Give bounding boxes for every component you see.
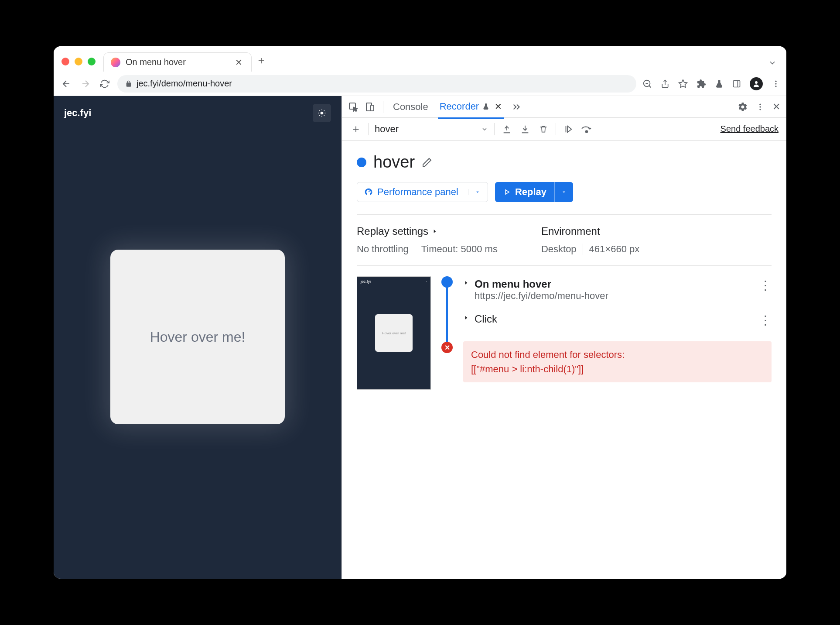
recording-name: hover: [375, 124, 399, 135]
close-tab-icon[interactable]: ✕: [233, 57, 244, 68]
more-tabs-icon[interactable]: [512, 102, 521, 112]
environment-heading: Environment: [541, 225, 639, 237]
tab-title: On menu hover: [126, 57, 228, 67]
steps-list: On menu hover https://jec.fyi/demo/menu-…: [463, 276, 772, 390]
devtools-panel: Console Recorder ✕ ✕ hover: [341, 96, 786, 579]
hover-card[interactable]: Hover over me!: [110, 250, 285, 424]
settings-gear-icon[interactable]: [738, 102, 748, 112]
gauge-icon: [364, 188, 373, 196]
device-toolbar-icon[interactable]: [365, 102, 375, 112]
send-feedback-link[interactable]: Send feedback: [720, 124, 779, 134]
recorder-body: hover Performance panel Repla: [342, 141, 786, 579]
dimensions-value: 461×660 px: [589, 244, 640, 255]
recording-title-row: hover: [357, 153, 772, 172]
new-recording-icon[interactable]: [350, 123, 362, 135]
timeline-dot-error: ✕: [441, 342, 453, 353]
step-menu-icon[interactable]: ⋮: [759, 313, 772, 327]
bookmark-star-icon[interactable]: [678, 79, 688, 89]
replay-button[interactable]: Replay: [495, 182, 573, 202]
step-navigate-url: https://jec.fyi/demo/menu-hover: [475, 290, 754, 302]
labs-icon[interactable]: [715, 79, 724, 88]
step-menu-icon[interactable]: ⋮: [759, 278, 772, 292]
svg-point-2: [755, 81, 758, 84]
tab-strip: On menu hover ✕ ＋: [54, 46, 786, 72]
hover-card-text: Hover over me!: [150, 329, 246, 345]
thumb-logo: jec.fyi: [361, 279, 371, 284]
environment-settings: Environment Desktop 461×660 px: [541, 225, 639, 255]
tab-recorder-label: Recorder: [440, 101, 479, 112]
export-icon[interactable]: [501, 123, 513, 135]
tab-recorder[interactable]: Recorder ✕: [438, 96, 504, 119]
page-thumbnail: jec.fyi · Hover over me!: [357, 276, 431, 390]
svg-point-4: [775, 83, 776, 84]
close-devtools-icon[interactable]: ✕: [772, 101, 780, 113]
delete-icon[interactable]: [537, 123, 550, 135]
page-logo[interactable]: jec.fyi: [64, 107, 91, 119]
browser-tab[interactable]: On menu hover ✕: [103, 52, 252, 72]
step-icon[interactable]: [580, 123, 593, 135]
error-line-2: [["#menu > li:nth-child(1)"]]: [471, 362, 764, 376]
svg-point-6: [321, 112, 324, 115]
inspect-element-icon[interactable]: [348, 102, 359, 112]
step-navigate[interactable]: On menu hover https://jec.fyi/demo/menu-…: [463, 276, 772, 311]
share-icon[interactable]: [661, 79, 669, 88]
flask-icon: [482, 103, 489, 110]
window-controls: [61, 58, 96, 65]
replay-label: Replay: [515, 186, 546, 198]
edit-title-icon[interactable]: [422, 157, 432, 168]
recording-status-dot: [357, 158, 366, 167]
url-input[interactable]: jec.fyi/demo/menu-hover: [117, 75, 636, 93]
theme-toggle-button[interactable]: [313, 104, 331, 122]
step-click-label: Click: [475, 313, 754, 325]
extensions-icon[interactable]: [697, 79, 706, 89]
performance-panel-label: Performance panel: [377, 186, 458, 198]
thumb-card: Hover over me!: [375, 314, 413, 352]
minimize-window-button[interactable]: [75, 58, 82, 65]
maximize-window-button[interactable]: [88, 58, 96, 65]
side-panel-icon[interactable]: [732, 79, 741, 88]
timeout-value: Timeout: 5000 ms: [421, 244, 498, 255]
profile-avatar-icon[interactable]: [750, 77, 763, 90]
page-body: Hover over me!: [54, 130, 341, 579]
import-icon[interactable]: [519, 123, 531, 135]
timeline-dot-start: [441, 276, 453, 288]
steps-area: jec.fyi · Hover over me! ✕: [357, 265, 772, 400]
step-click[interactable]: Click ⋮: [463, 311, 772, 337]
caret-right-icon: [463, 280, 469, 286]
settings-row: Replay settings No throttling Timeout: 5…: [357, 214, 772, 265]
devtools-menu-icon[interactable]: [756, 103, 765, 111]
new-tab-button[interactable]: ＋: [256, 53, 266, 67]
reload-button[interactable]: [98, 77, 111, 90]
svg-rect-1: [734, 80, 740, 87]
performance-panel-button[interactable]: Performance panel: [357, 182, 488, 202]
address-bar-actions: [642, 77, 780, 90]
replay-settings-heading[interactable]: Replay settings: [357, 225, 498, 237]
svg-point-3: [775, 80, 776, 82]
tab-console[interactable]: Console: [391, 96, 430, 118]
sun-icon: [318, 109, 326, 117]
lock-icon: [125, 80, 132, 87]
replay-settings: Replay settings No throttling Timeout: 5…: [357, 225, 498, 255]
svg-point-12: [759, 109, 761, 110]
performance-panel-dropdown[interactable]: [468, 189, 481, 195]
chevron-down-icon: [481, 126, 488, 133]
close-window-button[interactable]: [61, 58, 69, 65]
page-header: jec.fyi: [54, 96, 341, 130]
back-button[interactable]: [60, 77, 73, 90]
zoom-icon[interactable]: [642, 79, 652, 89]
forward-button[interactable]: [79, 77, 92, 90]
action-buttons: Performance panel Replay: [357, 182, 772, 202]
svg-point-11: [759, 106, 761, 107]
error-line-1: Could not find element for selectors:: [471, 347, 764, 362]
throttling-value: No throttling: [357, 244, 409, 255]
browser-menu-icon[interactable]: [772, 79, 780, 88]
tabs-dropdown-icon[interactable]: [768, 58, 777, 67]
caret-right-icon: [432, 228, 438, 234]
browser-window: On menu hover ✕ ＋ jec.fyi/demo/menu-hove…: [54, 46, 786, 579]
recording-selector[interactable]: hover: [375, 124, 488, 135]
svg-point-10: [759, 103, 761, 105]
close-tab-recorder-icon[interactable]: ✕: [495, 101, 502, 112]
continue-icon[interactable]: [562, 123, 574, 135]
replay-dropdown[interactable]: [554, 182, 573, 202]
recorder-toolbar: hover Send feedback: [342, 118, 786, 141]
